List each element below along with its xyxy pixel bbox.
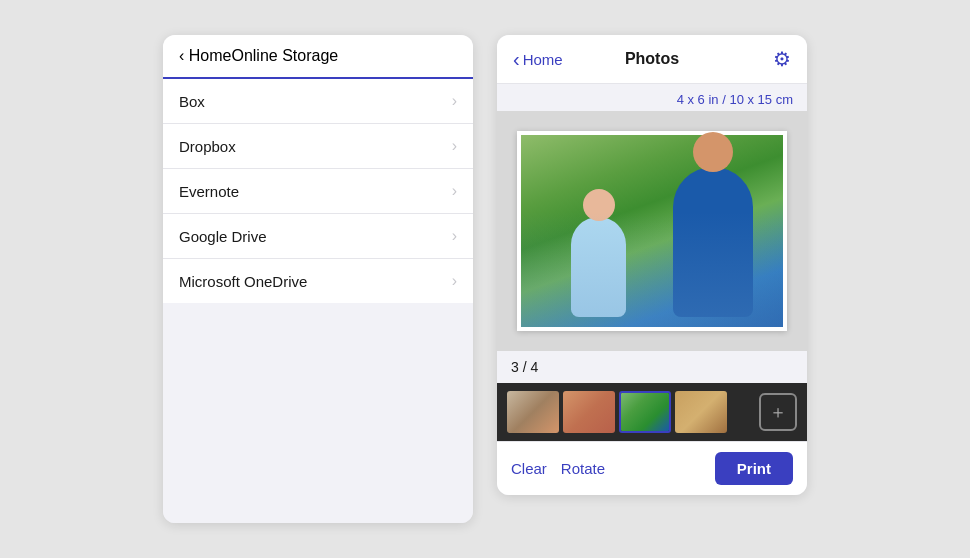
- chevron-right-icon-dropbox: ›: [452, 137, 457, 155]
- thumb-img-3: [621, 393, 669, 431]
- left-back-button[interactable]: ‹ Home: [179, 47, 231, 65]
- clear-button[interactable]: Clear: [511, 460, 547, 477]
- storage-item-label-onedrive: Microsoft OneDrive: [179, 273, 307, 290]
- right-panel: ‹ Home Photos ⚙ 4 x 6 in / 10 x 15 cm 3 …: [497, 35, 807, 495]
- thumbnail-strip: ＋: [497, 383, 807, 441]
- storage-item-evernote[interactable]: Evernote ›: [163, 169, 473, 214]
- page-count: 3 / 4: [497, 351, 807, 383]
- storage-item-dropbox[interactable]: Dropbox ›: [163, 124, 473, 169]
- right-panel-title: Photos: [625, 50, 679, 68]
- photo-image: [521, 135, 783, 327]
- storage-item-label-dropbox: Dropbox: [179, 138, 236, 155]
- photo-frame: [517, 131, 787, 331]
- chevron-right-icon-onedrive: ›: [452, 272, 457, 290]
- storage-item-label-googledrive: Google Drive: [179, 228, 267, 245]
- chevron-right-icon-googledrive: ›: [452, 227, 457, 245]
- app-container: ‹ Home Online Storage Box › Dropbox › Ev…: [163, 35, 807, 523]
- left-panel-title: Online Storage: [231, 47, 338, 65]
- person-child-figure: [571, 217, 626, 317]
- left-back-label: Home: [189, 47, 232, 64]
- thumbnail-1[interactable]: [507, 391, 559, 433]
- right-back-button[interactable]: ‹ Home: [513, 49, 563, 69]
- right-chevron-left-icon: ‹: [513, 49, 520, 69]
- thumbnail-3[interactable]: [619, 391, 671, 433]
- storage-item-box[interactable]: Box ›: [163, 79, 473, 124]
- storage-item-googledrive[interactable]: Google Drive ›: [163, 214, 473, 259]
- person-adult-figure: [673, 167, 753, 317]
- chevron-left-icon: ‹: [179, 47, 184, 64]
- bottom-actions: Clear Rotate: [511, 460, 605, 477]
- left-empty-space: [163, 303, 473, 523]
- storage-item-label-box: Box: [179, 93, 205, 110]
- add-photo-button[interactable]: ＋: [759, 393, 797, 431]
- gear-icon[interactable]: ⚙: [773, 47, 791, 71]
- storage-item-onedrive[interactable]: Microsoft OneDrive ›: [163, 259, 473, 303]
- left-header: ‹ Home Online Storage: [163, 35, 473, 79]
- right-back-label: Home: [523, 51, 563, 68]
- thumbnail-2[interactable]: [563, 391, 615, 433]
- chevron-right-icon-evernote: ›: [452, 182, 457, 200]
- left-panel: ‹ Home Online Storage Box › Dropbox › Ev…: [163, 35, 473, 523]
- right-header: ‹ Home Photos ⚙: [497, 35, 807, 84]
- storage-item-label-evernote: Evernote: [179, 183, 239, 200]
- thumb-img-1: [507, 391, 559, 433]
- photo-size-label: 4 x 6 in / 10 x 15 cm: [497, 84, 807, 111]
- photo-preview-area: [497, 111, 807, 351]
- thumb-img-2: [563, 391, 615, 433]
- chevron-right-icon-box: ›: [452, 92, 457, 110]
- storage-list: Box › Dropbox › Evernote › Google Drive …: [163, 79, 473, 303]
- bottom-bar: Clear Rotate Print: [497, 441, 807, 495]
- print-button[interactable]: Print: [715, 452, 793, 485]
- thumb-img-4: [675, 391, 727, 433]
- thumbnail-4[interactable]: [675, 391, 727, 433]
- rotate-button[interactable]: Rotate: [561, 460, 605, 477]
